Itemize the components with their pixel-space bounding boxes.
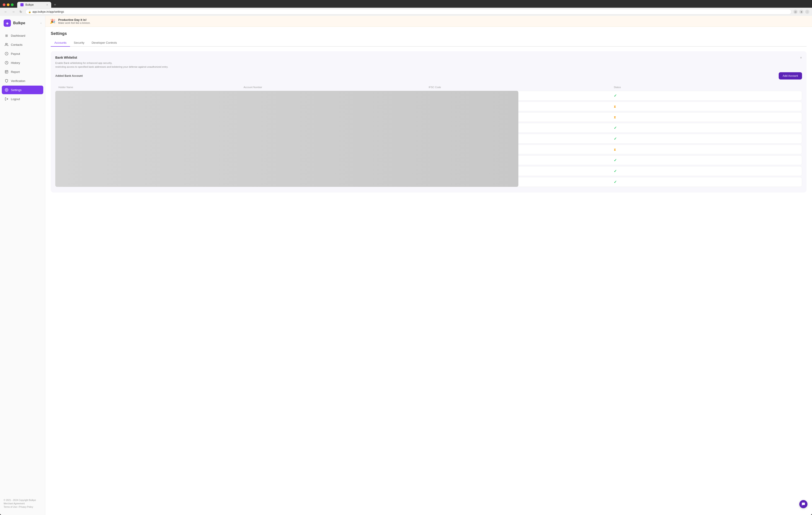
payout-icon — [4, 52, 9, 56]
contacts-icon — [4, 42, 9, 47]
status-cell: ⧗ — [614, 115, 799, 119]
extensions-icon[interactable]: ⋮ — [805, 10, 809, 14]
status-cell: ✓ — [614, 94, 799, 98]
top-banner: 🎉 Productive Day it is! Make work feel l… — [45, 16, 812, 27]
app-container: ◈ Bulkpe ‹ ⊞ Dashboard Contacts Payout — [0, 16, 812, 515]
settings-panel: Bank Whitelist ∧ Enable Bank whitelistin… — [51, 51, 807, 192]
back-button[interactable]: ← — [3, 9, 9, 14]
pending-icon: ⧗ — [614, 104, 616, 108]
verified-icon: ✓ — [614, 169, 617, 173]
chat-button[interactable] — [799, 500, 808, 508]
sidebar-item-verification[interactable]: Verification — [2, 77, 43, 85]
settings-icon — [4, 88, 9, 92]
table-header: Holder Name Account Number IFSC Code Sta… — [55, 85, 802, 89]
merchant-link[interactable]: Merchant Agreement — [4, 502, 41, 505]
panel-title: Bank Whitelist — [55, 56, 77, 59]
tab-close-button[interactable]: ✕ — [46, 4, 48, 6]
pending-icon: ⧗ — [614, 115, 616, 119]
table-row: ✓ — [55, 177, 802, 187]
forward-button[interactable]: → — [10, 9, 16, 14]
sidebar-item-logout[interactable]: Logout — [2, 95, 43, 103]
reload-button[interactable]: ↻ — [18, 9, 24, 14]
holder-name-cell — [59, 148, 85, 151]
holder-name-cell — [59, 127, 82, 129]
url-bar[interactable]: 🔒 app.bulkpe.in/app/settings — [25, 9, 792, 14]
close-window-button[interactable] — [3, 3, 5, 6]
terms-link[interactable]: Terms of Use • Privacy Policy — [4, 505, 41, 509]
verified-icon: ✓ — [614, 94, 617, 98]
account-number-cell — [244, 127, 272, 129]
address-bar: ← → ↻ 🔒 app.bulkpe.in/app/settings ⊡ ★ ⋮ — [0, 8, 812, 16]
logo-text: Bulkpe — [13, 21, 25, 25]
account-number-cell — [244, 94, 264, 97]
status-cell: ✓ — [614, 180, 799, 184]
logo-icon: ◈ — [4, 20, 11, 27]
sidebar-item-label: Verification — [11, 79, 25, 83]
status-cell: ✓ — [614, 169, 799, 173]
holder-name-cell — [59, 181, 81, 183]
url-text: app.bulkpe.in/app/settings — [32, 10, 64, 13]
tab-developer[interactable]: Developer Controls — [88, 39, 120, 47]
lock-icon: 🔒 — [28, 11, 31, 13]
main-content: 🎉 Productive Day it is! Make work feel l… — [45, 16, 812, 515]
chevron-up-icon[interactable]: ∧ — [800, 56, 802, 59]
account-number-cell — [244, 105, 267, 108]
account-number-cell — [244, 138, 274, 140]
status-cell: ✓ — [614, 158, 799, 162]
pending-icon: ⧗ — [614, 148, 616, 151]
banner-subtitle: Make work feel like a breeze. — [58, 22, 90, 24]
active-tab[interactable]: Bulkpe ✕ — [17, 2, 51, 8]
ifsc-code-cell — [429, 127, 444, 129]
sidebar-item-dashboard[interactable]: ⊞ Dashboard — [2, 31, 43, 40]
minimize-window-button[interactable] — [7, 3, 9, 6]
ifsc-code-cell — [429, 159, 446, 162]
browser-chrome: Bulkpe ✕ + ← → ↻ 🔒 app.bulkpe.in/app/set… — [0, 0, 812, 16]
col-ifsc: IFSC Code — [429, 86, 614, 89]
ifsc-code-cell — [429, 148, 443, 151]
col-holder: Holder Name — [58, 86, 243, 89]
sidebar-item-contacts[interactable]: Contacts — [2, 40, 43, 49]
status-cell: ⧗ — [614, 147, 799, 152]
table-row: ⧗ — [55, 112, 802, 122]
sidebar-logo: ◈ Bulkpe ‹ — [0, 20, 45, 31]
ifsc-code-cell — [429, 116, 448, 118]
traffic-lights — [3, 3, 13, 6]
sidebar-item-label: Dashboard — [11, 34, 25, 37]
copyright-text: © 2021 - 2024 Copyright Bulkpe — [4, 498, 41, 502]
ifsc-code-cell — [429, 138, 447, 140]
sidebar-item-label: Logout — [11, 97, 20, 101]
sidebar-item-payout[interactable]: Payout — [2, 49, 43, 58]
sidebar-item-report[interactable]: Report — [2, 67, 43, 76]
ifsc-code-cell — [429, 105, 445, 108]
col-status: Status — [614, 86, 799, 89]
new-tab-button[interactable]: + — [53, 2, 57, 7]
sidebar-item-settings[interactable]: Settings — [2, 86, 43, 94]
verification-icon — [4, 79, 9, 83]
table-row: ✓ — [55, 134, 802, 144]
bookmark-icon[interactable]: ★ — [799, 10, 803, 14]
verified-icon: ✓ — [614, 180, 617, 184]
report-icon — [4, 70, 9, 74]
tab-security[interactable]: Security — [70, 39, 88, 47]
banner-text: Productive Day it is! Make work feel lik… — [58, 18, 90, 24]
tab-accounts[interactable]: Accounts — [51, 39, 70, 47]
tab-bar: Bulkpe ✕ + — [0, 0, 812, 8]
maximize-window-button[interactable] — [11, 3, 13, 6]
holder-name-cell — [59, 138, 83, 140]
dashboard-icon: ⊞ — [4, 33, 9, 38]
add-account-button[interactable]: Add Account — [779, 72, 802, 80]
cast-icon[interactable]: ⊡ — [793, 10, 798, 14]
ifsc-code-cell — [429, 94, 442, 97]
status-cell: ✓ — [614, 126, 799, 130]
holder-name-cell — [59, 116, 80, 118]
verified-icon: ✓ — [614, 158, 617, 162]
banner-title: Productive Day it is! — [58, 18, 90, 22]
sidebar-collapse-button[interactable]: ‹ — [40, 22, 41, 25]
browser-actions: ⊡ ★ ⋮ — [793, 10, 809, 14]
table-row: ✓ — [55, 123, 802, 133]
page-content: Settings Accounts Security Developer Con… — [45, 27, 812, 197]
sidebar-item-history[interactable]: History — [2, 58, 43, 67]
sidebar-item-label: Payout — [11, 52, 20, 56]
table-row: ✓ — [55, 166, 802, 176]
sidebar-item-label: Report — [11, 70, 20, 73]
